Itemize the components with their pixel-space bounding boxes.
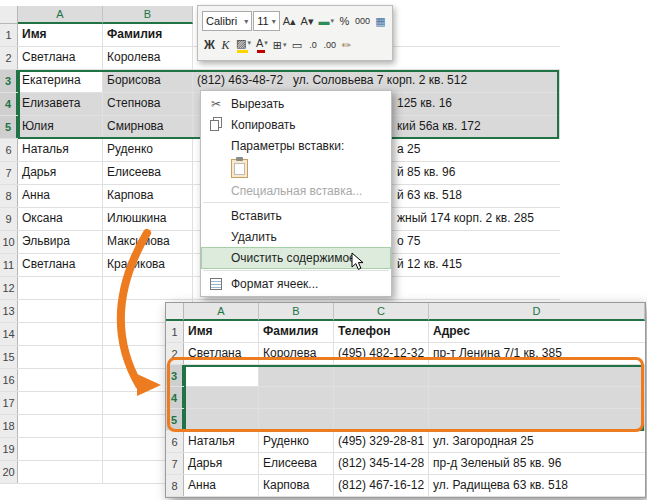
row-header[interactable]: 19 [0, 438, 18, 460]
cell-name[interactable]: Екатерина [18, 70, 103, 92]
column-header[interactable]: C [334, 303, 429, 321]
cell-name[interactable]: Светлана [184, 343, 259, 364]
context-menu-item[interactable] [201, 156, 391, 180]
row-header[interactable]: 1 [166, 321, 184, 342]
cell-name[interactable]: Елизавета [18, 93, 103, 115]
column-header[interactable]: D [429, 303, 645, 321]
cell-phone[interactable] [334, 365, 429, 386]
cell-phone[interactable]: (495) 482-12-32 [334, 343, 429, 364]
row-header[interactable]: 6 [0, 139, 18, 161]
toolbar-button[interactable]: .0 [306, 35, 321, 55]
cell-surname[interactable]: Фамилия [259, 321, 334, 342]
cell-surname[interactable]: Степнова [103, 93, 193, 115]
cell-name[interactable]: Светлана [18, 254, 103, 276]
row-header[interactable]: 5 [0, 116, 18, 138]
context-menu-item[interactable]: Формат ячеек... [201, 273, 391, 294]
select-all-corner[interactable] [0, 6, 18, 24]
cell-surname[interactable]: Руденко [259, 431, 334, 452]
cell-address-text[interactable]: ул. Соловьева 7 корп. 2 кв. 512 [293, 70, 467, 91]
select-all-corner[interactable] [166, 303, 184, 321]
cell-surname[interactable] [259, 409, 334, 430]
cell-surname[interactable]: Смирнова [103, 116, 193, 138]
row-header[interactable]: 1 [0, 24, 18, 46]
font-size-select[interactable]: 11 ▾ [253, 11, 280, 31]
font-name-select[interactable]: Calibri ▾ [202, 11, 252, 31]
row-header[interactable]: 3 [0, 70, 18, 92]
cell-surname[interactable]: Борисова [103, 70, 193, 92]
context-menu-item[interactable]: Удалить [201, 226, 391, 247]
cell-phone[interactable]: Телефон [334, 321, 429, 342]
row-header[interactable]: 5 [166, 409, 184, 430]
context-menu-item[interactable]: Параметры вставки: [201, 135, 391, 156]
paste-option-icon[interactable] [231, 159, 248, 178]
column-header[interactable]: B [103, 6, 193, 24]
row-header[interactable]: 13 [0, 300, 18, 322]
cell-name[interactable]: Наталья [184, 431, 259, 452]
toolbar-button[interactable]: A▴ [281, 11, 298, 31]
column-header[interactable]: A [18, 6, 103, 24]
cell-surname[interactable]: Красикова [103, 254, 193, 276]
cell-phone[interactable]: (812) 467-16-12 [334, 475, 429, 496]
row-header[interactable]: 11 [0, 254, 18, 276]
cell-address-fragment[interactable]: й 12 кв. 415 [397, 254, 462, 275]
cell-surname[interactable]: Карпова [259, 475, 334, 496]
row-header[interactable]: 2 [0, 47, 18, 69]
context-menu-item[interactable]: Копировать [201, 114, 391, 135]
cell-address-fragment[interactable]: й 85 кв. 96 [397, 162, 455, 183]
cell-phone[interactable] [334, 387, 429, 408]
toolbar-button[interactable]: 000 [353, 11, 372, 31]
cell-surname[interactable]: Карпова [103, 185, 193, 207]
column-header[interactable]: B [259, 303, 334, 321]
row-header[interactable]: 6 [166, 431, 184, 452]
row-header[interactable]: 3 [166, 365, 184, 386]
cell-address-fragment[interactable]: жный 174 корп. 2 кв. 285 [397, 208, 534, 229]
row-header[interactable]: 9 [0, 208, 18, 230]
cell-name[interactable]: Дарья [184, 453, 259, 474]
cell-phone[interactable]: (495) 329-28-81 [334, 431, 429, 452]
row-header[interactable]: 18 [0, 415, 18, 437]
cell-address[interactable] [429, 409, 645, 430]
cell-name[interactable] [18, 461, 103, 483]
cell-name[interactable]: Наталья [18, 139, 103, 161]
toolbar-button[interactable]: A▾ [299, 11, 316, 31]
cell-address-fragment[interactable]: 125 кв. 16 [397, 93, 452, 114]
toolbar-button[interactable]: ✏ [339, 35, 354, 55]
cell-name[interactable]: Оксана [18, 208, 103, 230]
row-header[interactable]: 7 [0, 162, 18, 184]
cell-surname[interactable] [259, 365, 334, 386]
cell-name[interactable] [184, 365, 259, 386]
toolbar-button[interactable]: ▨ [234, 35, 253, 55]
cell-phone-text[interactable]: (812) 463-48-72 [197, 70, 283, 91]
toolbar-button[interactable]: % [337, 11, 352, 31]
cell-name[interactable]: Светлана [18, 47, 103, 69]
cell-address[interactable] [429, 365, 645, 386]
cell-name[interactable] [18, 277, 103, 299]
cell-name[interactable] [18, 438, 103, 460]
toolbar-button[interactable]: А [254, 35, 270, 55]
cell-surname[interactable]: Фамилия [103, 24, 193, 46]
cell-address[interactable]: пр-т Ленина 7/1 кв. 385 [429, 343, 645, 364]
cell-name[interactable]: Дарья [18, 162, 103, 184]
cell-name[interactable] [18, 369, 103, 391]
row-header[interactable]: 8 [166, 475, 184, 496]
cell-address[interactable]: Адрес [429, 321, 645, 342]
column-header[interactable]: A [184, 303, 259, 321]
toolbar-button[interactable]: ▭ [290, 35, 305, 55]
cell-address[interactable]: ул. Загородная 25 [429, 431, 645, 452]
cell-address[interactable] [429, 387, 645, 408]
row-header[interactable]: 8 [0, 185, 18, 207]
context-menu-item[interactable]: Специальная вставка... [201, 180, 391, 201]
cell-name[interactable] [18, 346, 103, 368]
cell-name[interactable]: Имя [184, 321, 259, 342]
row-header[interactable]: 2 [166, 343, 184, 364]
cell-name[interactable] [18, 392, 103, 414]
cell-surname[interactable]: Максимова [103, 231, 193, 253]
row-header[interactable]: 4 [0, 93, 18, 115]
context-menu-item[interactable]: Вставить [201, 205, 391, 226]
cell-name[interactable] [184, 387, 259, 408]
cell-surname[interactable] [103, 277, 193, 299]
cell-phone[interactable]: (812) 345-14-28 [334, 453, 429, 474]
cell-phone[interactable] [334, 409, 429, 430]
toolbar-button[interactable]: .00 [322, 35, 339, 55]
cell-address[interactable]: пр-д Зеленый 85 кв. 96 [429, 453, 645, 474]
